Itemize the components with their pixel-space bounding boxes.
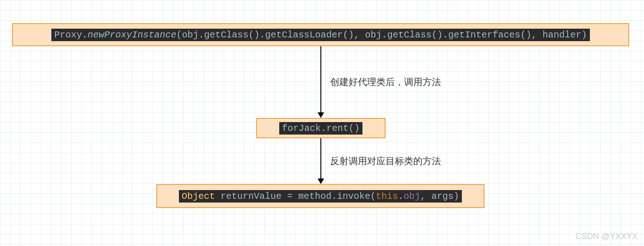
arrow-head xyxy=(318,178,324,184)
arrow-line xyxy=(320,138,321,178)
code-block: forJack.rent() xyxy=(279,122,362,135)
diagram-node-proxy-instance: Proxy.newProxyInstance(obj.getClass().ge… xyxy=(12,23,629,46)
edge-label-1: 创建好代理类后，调用方法 xyxy=(330,76,441,88)
watermark: CSDN @YXXYX xyxy=(576,232,638,241)
code-block: Object returnValue = method.invoke(this.… xyxy=(179,190,462,203)
arrow-line xyxy=(320,46,321,112)
diagram-node-method-invoke: Object returnValue = method.invoke(this.… xyxy=(156,184,485,208)
arrow-head xyxy=(318,112,324,118)
code-block: Proxy.newProxyInstance(obj.getClass().ge… xyxy=(51,29,589,41)
edge-label-2: 反射调用对应目标类的方法 xyxy=(330,155,441,167)
diagram-node-forjack-rent: forJack.rent() xyxy=(256,118,386,138)
